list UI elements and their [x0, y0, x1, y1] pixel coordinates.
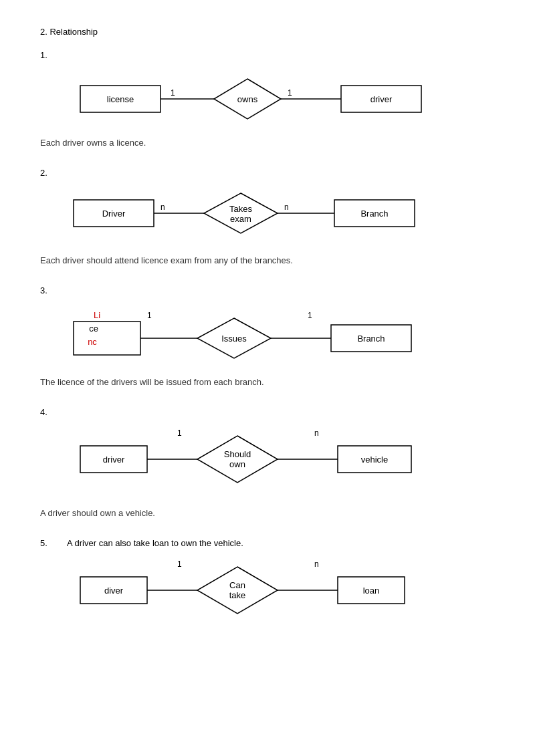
diagram-section-5: 5. A driver can also take loan to own th…: [40, 538, 495, 634]
entity-licence-3: [74, 322, 140, 355]
description-1: Each driver owns a licence.: [40, 138, 495, 148]
diagram-section-3: 3. Li ce nc 1 Issues 1 Branch The licenc…: [40, 285, 495, 387]
diamond-takes-label: Takes: [229, 204, 252, 214]
diamond-own-label: own: [229, 459, 245, 469]
diagram-section-1: 1. license 1 owns 1 driver Each driver o…: [40, 50, 495, 148]
card-n-right-5: n: [314, 559, 319, 569]
entity-branch-2-label: Branch: [360, 209, 388, 219]
section-title: 2. Relationship: [40, 27, 495, 37]
card-1-right-3: 1: [308, 311, 312, 320]
er-diagram-2: Driver n Takes exam n Branch: [60, 183, 475, 250]
description-4: A driver should own a vehicle.: [40, 508, 495, 518]
entity-licence-3-mid: ce: [89, 324, 98, 334]
card-1-left: 1: [171, 88, 175, 98]
card-n-left-2: n: [160, 203, 165, 212]
entity-branch-3-label: Branch: [357, 334, 385, 344]
entity-driver-4-label: driver: [103, 455, 125, 465]
card-1-left-3: 1: [147, 311, 152, 320]
diagram-section-4: 4. driver 1 Should own n vehicle A drive…: [40, 407, 495, 518]
diamond-should-label: Should: [224, 449, 251, 459]
er-diagram-4: driver 1 Should own n vehicle: [67, 422, 468, 503]
entity-diver-label: diver: [104, 586, 124, 596]
card-1-left-4: 1: [177, 428, 182, 438]
card-1-left-5: 1: [177, 559, 182, 569]
er-diagram-5: diver 1 Can take n loan: [67, 553, 468, 634]
diagram-number-4: 4.: [40, 407, 495, 417]
card-n-right-4: n: [314, 428, 319, 438]
diagram-section-2: 2. Driver n Takes exam n Branch Each dri…: [40, 168, 495, 265]
diagram-number-3: 3.: [40, 285, 47, 295]
description-3: The licence of the drivers will be issue…: [40, 377, 495, 387]
entity-licence-3-top: Li: [94, 310, 100, 320]
er-diagram-1: license 1 owns 1 driver: [67, 66, 468, 132]
er-diagram-3: Li ce nc 1 Issues 1 Branch: [60, 298, 475, 372]
diamond-take-label: take: [229, 590, 246, 600]
diamond-can-label: Can: [229, 580, 245, 590]
diamond-exam-label: exam: [230, 214, 251, 224]
diamond-issues-label: Issues: [221, 334, 247, 344]
entity-driver-2-label: Driver: [102, 209, 126, 219]
diagram-number-5: 5.: [40, 538, 67, 548]
card-1-right: 1: [288, 88, 292, 98]
entity-licence-3-bot: nc: [88, 337, 97, 347]
description-5: A driver can also take loan to own the v…: [67, 538, 243, 548]
card-n-right-2: n: [284, 203, 289, 212]
diagram-number-2: 2.: [40, 168, 495, 178]
entity-vehicle-label: vehicle: [361, 455, 388, 465]
diagram-number-1: 1.: [40, 50, 495, 60]
entity-loan-label: loan: [363, 586, 380, 596]
description-2: Each driver should attend licence exam f…: [40, 255, 495, 265]
diamond-owns-label: owns: [237, 94, 258, 104]
entity-driver-label: driver: [370, 94, 393, 104]
entity-license-label: license: [107, 94, 134, 104]
